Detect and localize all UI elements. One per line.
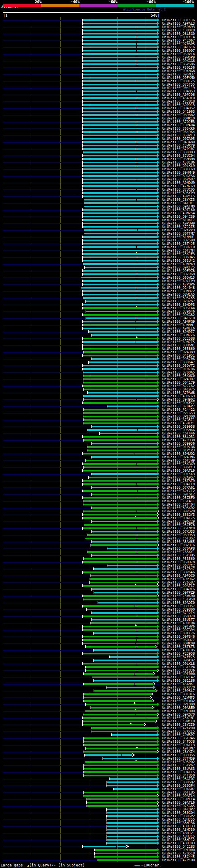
hit-bar[interactable] xyxy=(83,571,157,573)
hit-bar[interactable] xyxy=(107,548,157,549)
hit-bar[interactable] xyxy=(83,213,157,214)
hit-bar[interactable] xyxy=(83,250,157,251)
hit-bar[interactable] xyxy=(83,253,157,255)
hit-bar[interactable] xyxy=(92,334,157,336)
hit-bar[interactable] xyxy=(106,785,157,786)
hit-bar[interactable] xyxy=(84,409,157,410)
hit-bar[interactable] xyxy=(83,527,157,529)
hit-bar[interactable] xyxy=(113,788,157,790)
hit-bar[interactable] xyxy=(83,226,157,227)
hit-bar[interactable] xyxy=(84,697,150,698)
hit-bar[interactable] xyxy=(83,616,157,617)
hit-bar[interactable] xyxy=(83,246,157,248)
hit-bar[interactable] xyxy=(84,771,157,773)
hit-bar[interactable] xyxy=(91,545,157,546)
hit-bar[interactable] xyxy=(86,311,157,312)
hit-bar[interactable] xyxy=(83,751,157,752)
hit-bar[interactable] xyxy=(84,738,157,739)
hit-bar[interactable] xyxy=(92,473,157,475)
hit-bar[interactable] xyxy=(85,761,157,763)
hit-bar[interactable] xyxy=(89,477,157,478)
hit-bar[interactable] xyxy=(83,128,157,129)
hit-bar[interactable] xyxy=(83,185,157,187)
hit-bar[interactable] xyxy=(83,284,157,285)
hit-bar[interactable] xyxy=(83,168,157,170)
hit-bar[interactable] xyxy=(83,53,157,55)
hit-bar[interactable] xyxy=(93,680,157,681)
hit-bar[interactable] xyxy=(83,626,157,627)
hit-bar[interactable] xyxy=(83,297,157,299)
hit-bar[interactable] xyxy=(107,829,157,831)
hit-bar[interactable] xyxy=(84,202,157,204)
hit-bar[interactable] xyxy=(83,192,157,194)
hit-bar[interactable] xyxy=(83,216,157,217)
hit-bar[interactable] xyxy=(91,727,157,729)
hit-bar[interactable] xyxy=(85,460,157,461)
hit-bar[interactable] xyxy=(83,33,157,34)
hit-bar[interactable] xyxy=(83,107,157,109)
hit-bar[interactable] xyxy=(84,419,157,421)
hit-bar[interactable] xyxy=(83,365,157,366)
hit-bar[interactable] xyxy=(83,243,157,245)
hit-bar[interactable] xyxy=(83,663,157,664)
hit-bar[interactable] xyxy=(83,470,157,471)
hit-bar[interactable] xyxy=(83,639,157,641)
hit-bar[interactable] xyxy=(97,859,157,861)
hit-bar[interactable] xyxy=(83,423,157,424)
hit-bar[interactable] xyxy=(84,351,157,353)
hit-bar[interactable] xyxy=(84,229,157,231)
hit-bar[interactable] xyxy=(107,405,157,407)
hit-bar[interactable] xyxy=(83,236,157,238)
hit-bar[interactable] xyxy=(83,87,157,89)
hit-bar[interactable] xyxy=(83,280,157,282)
hit-bar[interactable] xyxy=(83,148,157,150)
hit-bar[interactable] xyxy=(83,500,157,502)
hit-bar[interactable] xyxy=(92,521,157,522)
hit-bar[interactable] xyxy=(83,321,157,322)
hit-bar[interactable] xyxy=(83,846,126,847)
hit-bar[interactable] xyxy=(109,656,157,658)
hit-bar[interactable] xyxy=(85,710,157,712)
hit-bar[interactable] xyxy=(83,273,157,275)
hit-bar[interactable] xyxy=(83,223,157,224)
hit-bar[interactable] xyxy=(92,555,157,556)
hit-bar[interactable] xyxy=(84,439,157,441)
hit-bar[interactable] xyxy=(83,121,157,123)
hit-bar[interactable] xyxy=(83,36,157,38)
hit-bar[interactable] xyxy=(83,412,157,414)
hit-bar[interactable] xyxy=(83,402,157,404)
hit-bar[interactable] xyxy=(83,453,157,455)
hit-bar[interactable] xyxy=(83,795,157,797)
hit-bar[interactable] xyxy=(84,399,157,400)
hit-bar[interactable] xyxy=(83,70,157,72)
hit-bar[interactable] xyxy=(107,565,157,566)
hit-bar[interactable] xyxy=(91,731,157,732)
hit-bar[interactable] xyxy=(89,582,157,583)
hit-bar[interactable] xyxy=(83,636,157,638)
hit-bar[interactable] xyxy=(83,629,157,630)
hit-bar[interactable] xyxy=(107,839,157,841)
hit-bar[interactable] xyxy=(94,690,156,691)
hit-bar[interactable] xyxy=(83,118,157,119)
hit-bar[interactable] xyxy=(92,426,157,427)
hit-bar[interactable] xyxy=(83,131,157,133)
hit-bar[interactable] xyxy=(83,382,157,383)
hit-bar[interactable] xyxy=(107,826,157,827)
hit-bar[interactable] xyxy=(109,778,157,780)
hit-bar[interactable] xyxy=(92,494,157,495)
hit-bar[interactable] xyxy=(83,314,157,316)
hit-bar[interactable] xyxy=(83,57,157,58)
hit-bar[interactable] xyxy=(87,429,157,431)
hit-bar[interactable] xyxy=(83,395,157,397)
hit-bar[interactable] xyxy=(83,124,157,126)
hit-bar[interactable] xyxy=(83,84,157,85)
hit-bar[interactable] xyxy=(83,101,157,102)
hit-bar[interactable] xyxy=(83,26,157,28)
hit-bar[interactable] xyxy=(83,23,157,24)
hit-bar[interactable] xyxy=(87,802,157,803)
hit-bar[interactable] xyxy=(98,602,157,603)
hit-bar[interactable] xyxy=(83,77,157,79)
hit-bar[interactable] xyxy=(84,389,157,390)
hit-bar[interactable] xyxy=(107,819,157,820)
hit-bar[interactable] xyxy=(107,781,157,783)
